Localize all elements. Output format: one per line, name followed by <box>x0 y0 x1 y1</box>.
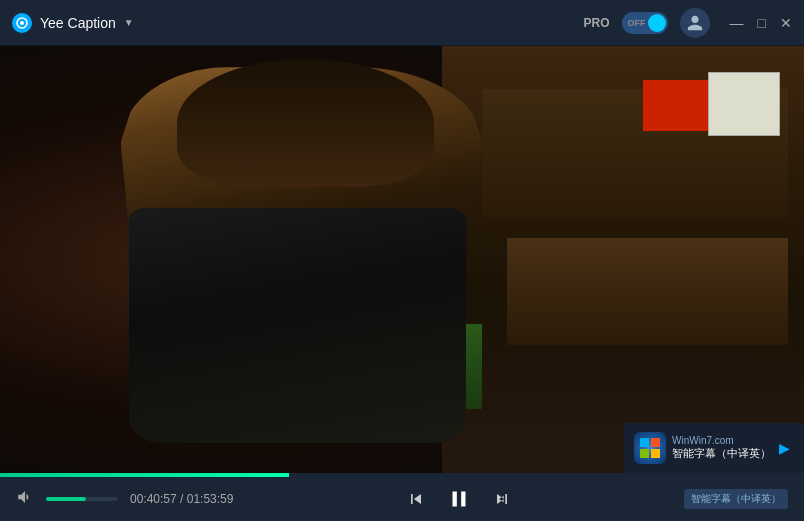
title-bar-right: PRO OFF — □ ✕ <box>584 8 792 38</box>
kitchen-item-white <box>708 72 780 136</box>
time-display: 00:40:57 / 01:53:59 <box>130 492 233 506</box>
title-bar: Yee Caption ▼ PRO OFF — □ ✕ <box>0 0 804 46</box>
controls-center <box>245 486 672 512</box>
rewind-button[interactable] <box>406 489 426 509</box>
watermark-arrow-icon: ▶ <box>779 440 790 456</box>
svg-rect-4 <box>640 449 649 458</box>
pro-label: PRO <box>584 16 610 30</box>
volume-button[interactable] <box>16 488 34 510</box>
video-scene: WinWin7.com 智能字幕（中译英） ▶ <box>0 46 804 473</box>
volume-icon <box>16 488 34 506</box>
total-time: 01:53:59 <box>187 492 234 506</box>
watermark-caption: 智能字幕（中译英） <box>672 446 771 461</box>
fast-forward-icon <box>492 489 512 509</box>
kitchen-shelf-bottom <box>507 238 788 345</box>
caption-badge[interactable]: 智能字幕（中译英） <box>684 489 788 509</box>
video-area[interactable]: WinWin7.com 智能字幕（中译英） ▶ <box>0 46 804 473</box>
progress-bar[interactable] <box>0 473 804 477</box>
app-logo-icon <box>12 13 32 33</box>
fast-forward-button[interactable] <box>492 489 512 509</box>
controls-bar: 00:40:57 / 01:53:59 智能字幕（中译英） <box>0 477 804 521</box>
watermark-logo-icon <box>634 432 666 464</box>
close-button[interactable]: ✕ <box>780 16 792 30</box>
time-separator: / <box>177 492 187 506</box>
progress-fill <box>0 473 289 477</box>
dropdown-arrow-icon[interactable]: ▼ <box>124 17 134 28</box>
user-avatar[interactable] <box>680 8 710 38</box>
maximize-button[interactable]: □ <box>758 16 766 30</box>
app-title: Yee Caption <box>40 15 116 31</box>
svg-point-1 <box>20 21 24 25</box>
watermark-site: WinWin7.com <box>672 435 771 446</box>
watermark-area: WinWin7.com 智能字幕（中译英） ▶ <box>624 423 804 473</box>
window-controls: — □ ✕ <box>730 16 792 30</box>
person-shirt <box>129 208 467 443</box>
rewind-icon <box>406 489 426 509</box>
minimize-button[interactable]: — <box>730 16 744 30</box>
pro-toggle[interactable]: OFF <box>622 12 668 34</box>
controls-right: 智能字幕（中译英） <box>684 489 788 509</box>
pause-icon <box>446 486 472 512</box>
person-hair <box>177 59 434 187</box>
current-time: 00:40:57 <box>130 492 177 506</box>
volume-fill <box>46 497 86 501</box>
toggle-off-label: OFF <box>628 18 646 28</box>
toggle-knob <box>648 14 666 32</box>
watermark-text: WinWin7.com 智能字幕（中译英） <box>672 435 771 461</box>
pause-button[interactable] <box>446 486 472 512</box>
kitchen-item-red <box>643 80 707 131</box>
svg-rect-5 <box>651 449 660 458</box>
volume-slider[interactable] <box>46 497 118 501</box>
svg-rect-3 <box>651 438 660 447</box>
svg-rect-2 <box>640 438 649 447</box>
title-bar-left: Yee Caption ▼ <box>12 13 584 33</box>
user-icon <box>686 14 704 32</box>
windows-logo-icon <box>638 436 662 460</box>
